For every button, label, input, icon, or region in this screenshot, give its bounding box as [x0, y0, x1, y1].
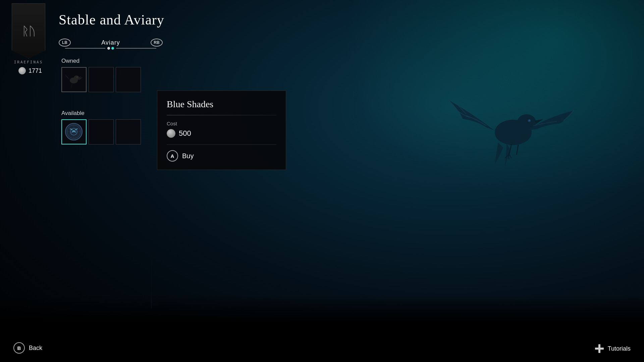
clan-name: IRAEFINAS [14, 60, 43, 64]
banner-shape: ᚱᚢ [12, 3, 45, 59]
cost-amount: 500 [179, 129, 191, 138]
available-item-2[interactable] [89, 119, 114, 144]
clan-symbol: ᚱᚢ [22, 25, 35, 37]
tab-navigation: LB Aviary RB [59, 39, 163, 47]
tab-line-right [116, 48, 156, 49]
item-info-panel: Blue Shades Cost 500 A Buy [157, 90, 286, 170]
tutorials-label: Tutorials [608, 345, 631, 352]
cost-label: Cost [167, 121, 276, 126]
tab-left-button[interactable]: LB [59, 39, 71, 47]
item-title: Blue Shades [167, 99, 276, 110]
cost-row: 500 [167, 129, 276, 138]
bottom-controls: B Back [13, 342, 42, 354]
ui-layer: ᚱᚢ IRAEFINAS 1771 Stable and Aviary LB A… [0, 0, 644, 362]
tab-right-button[interactable]: RB [151, 39, 163, 47]
owned-item-2[interactable] [89, 67, 114, 92]
svg-point-10 [76, 76, 78, 78]
owned-item-grid [61, 67, 141, 92]
tab-dots [105, 47, 116, 50]
page-title: Stable and Aviary [59, 12, 164, 28]
owned-raven-icon [65, 70, 83, 89]
currency-icon [18, 67, 26, 74]
tab-dot-2 [111, 47, 114, 50]
currency-display: 1771 [18, 67, 42, 74]
available-item-grid [61, 119, 141, 144]
tab-active-label: Aviary [71, 39, 151, 46]
tab-dot-1 [107, 47, 110, 50]
clan-emblem: ᚱᚢ IRAEFINAS [7, 3, 50, 70]
available-item-3[interactable] [116, 119, 141, 144]
cost-coin-icon [167, 129, 175, 138]
back-key-button[interactable]: B [13, 342, 25, 354]
available-section-label: Available [61, 110, 85, 117]
owned-section-label: Owned [61, 58, 79, 64]
owned-item-1[interactable] [61, 67, 87, 92]
tab-underline [59, 47, 163, 50]
info-divider-bottom [167, 144, 276, 145]
buy-label: Buy [182, 152, 194, 160]
buy-key-button[interactable]: A [167, 150, 178, 162]
owned-item-3[interactable] [116, 67, 141, 92]
svg-rect-19 [595, 348, 604, 350]
blue-shades-icon [65, 123, 83, 141]
tab-line-left [65, 48, 105, 49]
tutorials-icon [594, 344, 604, 354]
back-label: Back [29, 345, 42, 352]
available-item-1[interactable] [61, 119, 87, 144]
tutorials-button[interactable]: Tutorials [594, 344, 631, 354]
buy-row[interactable]: A Buy [167, 150, 276, 162]
info-divider-top [167, 115, 276, 115]
currency-amount: 1771 [29, 67, 42, 74]
